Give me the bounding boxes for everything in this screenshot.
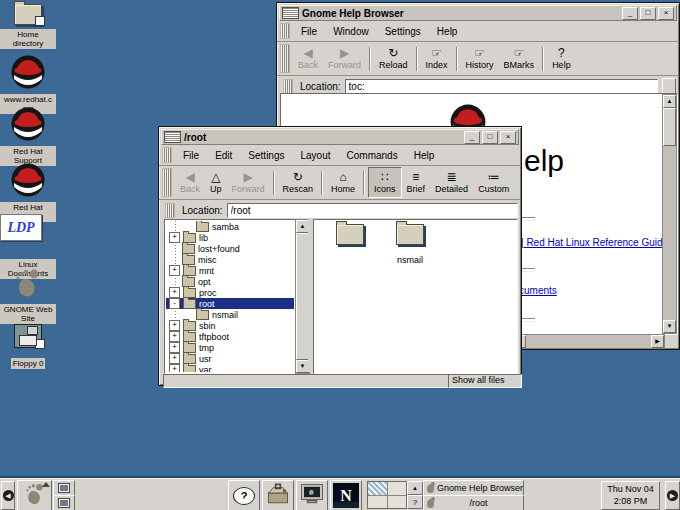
expander-icon[interactable]: - [169,298,180,309]
forward-button[interactable]: ▶Forward [323,44,366,73]
help-titlebar[interactable]: Gnome Help Browser _ □ × [279,5,677,21]
gnome-foot-icon [12,266,44,304]
gnome-panel: ◀ ? N [0,478,680,510]
menu-settings[interactable]: Settings [377,23,429,40]
back-button[interactable]: ◀Back [293,44,323,73]
location-label: Location: [182,205,223,216]
drag-handle[interactable] [165,203,175,218]
pager-desktop-2[interactable] [388,482,407,495]
scroll-down-arrow[interactable]: ▼ [663,320,676,333]
help-vertical-scrollbar[interactable]: ▲ ▼ [662,94,677,334]
detailed-view-button[interactable]: ≣Detailed [430,168,473,197]
minimize-button[interactable]: _ [622,7,638,20]
clock-date: Thu Nov 04 [607,484,654,494]
task-button-root[interactable]: /root [423,495,524,510]
launcher-netscape-button[interactable]: N [330,480,362,510]
pager-up-button[interactable]: ▲ [407,481,423,495]
menu-file[interactable]: File [175,147,207,164]
menu-settings[interactable]: Settings [240,147,292,164]
menu-help[interactable]: Help [406,147,443,164]
emblem-icon [35,339,45,349]
home-icon: ⌂ [339,171,346,184]
file-icon-unnamed[interactable] [322,224,378,267]
forward-icon: ▶ [340,47,349,60]
expander-icon[interactable]: + [169,331,180,342]
up-button[interactable]: △Up [205,168,227,197]
menu-layout[interactable]: Layout [293,147,339,164]
scroll-thumb[interactable] [663,108,676,146]
expander-icon[interactable]: + [169,265,180,276]
expander-icon[interactable]: + [169,232,180,243]
fm-titlebar[interactable]: /root _ □ × [161,129,519,145]
drag-handle[interactable] [280,44,290,73]
directory-tree: samba +lib lost+found misc +mnt opt +pro… [166,221,294,372]
maximize-button[interactable]: □ [482,131,498,144]
maximize-button[interactable]: □ [640,7,656,20]
gnome-foot-icon [427,484,434,493]
forward-button[interactable]: ▶Forward [227,168,270,197]
back-button[interactable]: ◀Back [175,168,205,197]
pager-desktop-1[interactable] [368,482,387,495]
window-title: Gnome Help Browser [302,8,404,19]
desktop-icon-home-directory[interactable]: Home directory [0,4,56,50]
launcher-help-button[interactable]: ? [228,480,260,510]
custom-view-button[interactable]: ≔Custom [473,168,514,197]
expander-icon[interactable]: + [169,342,180,353]
menu-window[interactable]: Window [325,23,377,40]
drag-handle[interactable] [280,23,290,39]
panel-hide-right-button[interactable]: ▶ [665,481,680,510]
launcher-terminal-button[interactable] [296,480,328,510]
menu-commands[interactable]: Commands [339,147,406,164]
location-input[interactable] [227,203,518,218]
home-button[interactable]: ⌂Home [326,168,360,197]
icons-view-button[interactable]: ∷Icons [368,167,402,198]
panel-hide-left-button[interactable]: ◀ [1,481,15,510]
desktop-icon-red-hat-support[interactable]: Red Hat Support [0,106,56,167]
pager-question-button[interactable]: ? [407,495,423,509]
mini-applet-top-button[interactable] [53,480,75,496]
toolbar-separator [416,47,418,71]
tree-item-root-selected[interactable]: -root [166,298,294,309]
pager-desktop-4[interactable] [388,496,407,509]
history-button[interactable]: ☞History [461,44,499,73]
minimize-button[interactable]: _ [464,131,480,144]
expander-icon[interactable]: + [169,320,180,331]
help-button[interactable]: ?Help [547,44,576,73]
expander-icon[interactable]: + [169,287,180,298]
expander-icon[interactable]: + [169,353,180,364]
link-documents-fragment[interactable]: cuments [519,285,557,296]
desktop-icon-gnome-web-site[interactable]: GNOME Web Site [0,266,56,325]
tree-item-var[interactable]: +var [166,364,294,372]
window-title: /root [184,132,206,143]
expander-icon[interactable]: + [169,364,180,372]
index-button[interactable]: ☞Index [421,44,453,73]
menu-file[interactable]: File [293,23,325,40]
link-reference-guide[interactable]: | Red Hat Linux Reference Guide [521,237,668,248]
drag-handle[interactable] [162,168,172,197]
icons-view-icon: ∷ [381,171,389,184]
scroll-right-arrow[interactable]: ▶ [651,335,664,348]
scroll-up-arrow[interactable]: ▲ [663,95,676,108]
location-input[interactable] [345,79,658,94]
bmarks-button[interactable]: ☞BMarks [499,44,540,73]
reload-button[interactable]: ↻Reload [374,44,413,73]
brief-view-button[interactable]: ≡Brief [402,168,431,197]
close-button[interactable]: × [658,7,674,20]
file-icon-nsmail[interactable]: nsmail [382,224,438,267]
close-button[interactable]: × [500,131,516,144]
window-menu-icon[interactable] [164,131,181,143]
menu-help[interactable]: Help [429,23,466,40]
drag-handle[interactable] [283,79,293,94]
desktop-icon-floppy-0[interactable]: Floppy 0 [0,324,56,370]
redhat-logo-icon [10,162,46,202]
launcher-toolbox-button[interactable] [262,480,294,510]
fm-toolbar: ◀Back △Up ▶Forward ↻Rescan ⌂Home ∷Icons … [159,166,521,200]
main-menu-button[interactable] [17,480,52,510]
pager-desktop-3[interactable] [368,496,387,509]
drag-handle[interactable] [162,147,172,163]
mini-applet-bottom-button[interactable] [53,495,75,510]
window-menu-icon[interactable] [282,7,299,19]
task-button-help-browser[interactable]: Gnome Help Browser [423,480,524,496]
rescan-button[interactable]: ↻Rescan [278,168,319,197]
menu-edit[interactable]: Edit [207,147,240,164]
